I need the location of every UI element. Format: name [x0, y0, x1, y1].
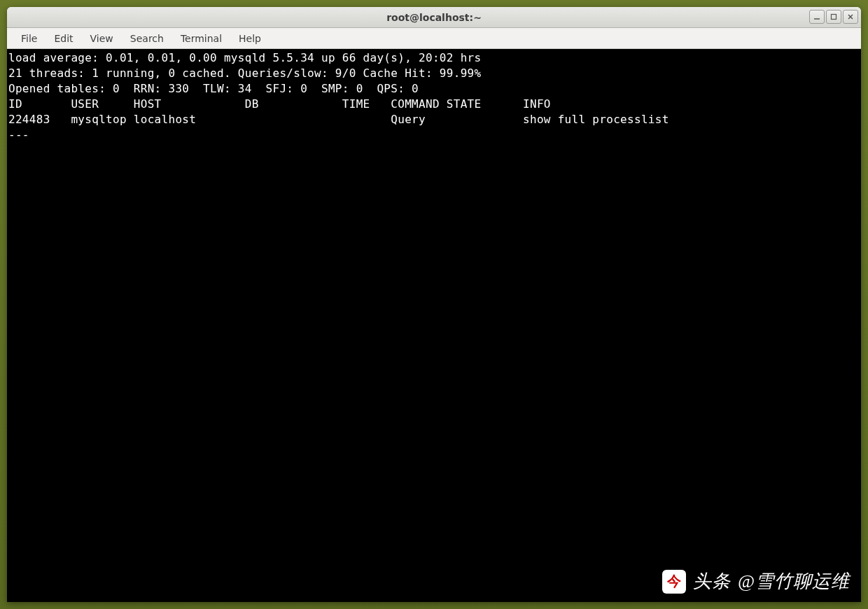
menu-help[interactable]: Help: [230, 30, 270, 47]
process-header: ID USER HOST DB TIME COMMAND STATE INFO: [8, 97, 860, 112]
process-row: 224483 mysqltop localhost Query show ful…: [8, 112, 860, 127]
terminal-window: root@localhost:~ File Edit View Search T…: [7, 7, 861, 602]
svg-rect-1: [832, 15, 836, 20]
status-line-2: 21 threads: 1 running, 0 cached. Queries…: [8, 66, 860, 81]
dash-line: ---: [8, 127, 860, 143]
watermark-handle: @雪竹聊运维: [738, 569, 850, 594]
menu-file[interactable]: File: [13, 30, 46, 47]
menubar: File Edit View Search Terminal Help: [7, 28, 861, 49]
close-button[interactable]: [843, 10, 858, 24]
watermark-prefix: 头条: [693, 569, 731, 594]
close-icon: [847, 13, 854, 20]
terminal-output[interactable]: load average: 0.01, 0.01, 0.00 mysqld 5.…: [7, 49, 861, 602]
titlebar: root@localhost:~: [7, 7, 861, 28]
watermark-logo-icon: 今: [662, 570, 686, 594]
menu-terminal[interactable]: Terminal: [172, 30, 230, 47]
maximize-icon: [830, 13, 837, 20]
status-line-1: load average: 0.01, 0.01, 0.00 mysqld 5.…: [8, 50, 860, 66]
maximize-button[interactable]: [826, 10, 841, 24]
window-title: root@localhost:~: [386, 12, 482, 23]
menu-search[interactable]: Search: [122, 30, 172, 47]
watermark: 今 头条 @雪竹聊运维: [662, 569, 850, 594]
window-controls: [809, 10, 858, 24]
menu-view[interactable]: View: [82, 30, 122, 47]
status-line-3: Opened tables: 0 RRN: 330 TLW: 34 SFJ: 0…: [8, 81, 860, 97]
minimize-icon: [813, 13, 820, 20]
menu-edit[interactable]: Edit: [46, 30, 81, 47]
minimize-button[interactable]: [809, 10, 825, 24]
